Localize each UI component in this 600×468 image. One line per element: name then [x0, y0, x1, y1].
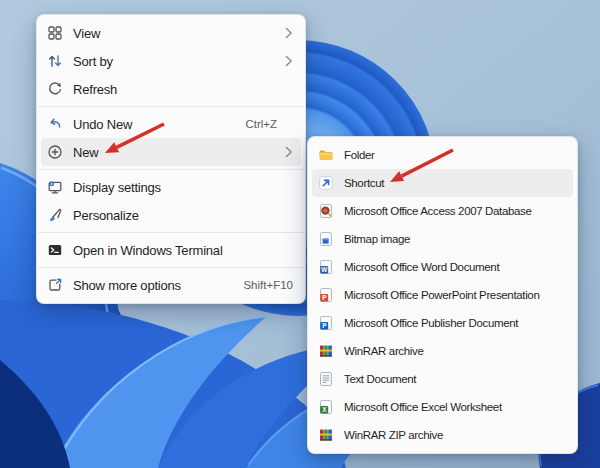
menu-item-label: Personalize — [73, 208, 293, 223]
menu-item-label: Bitmap image — [344, 233, 565, 245]
sort-arrows-icon — [47, 53, 63, 69]
screenshot-stage: ViewSort byRefreshUndo NewCtrl+ZNewDispl… — [0, 0, 600, 468]
menu-separator — [38, 169, 304, 170]
menu-item-label: View — [73, 26, 277, 41]
menu-item-shortcut[interactable]: Shortcut — [312, 169, 573, 197]
refresh-icon — [47, 81, 63, 97]
menu-item-view[interactable]: View — [41, 19, 301, 47]
show-more-icon — [47, 277, 63, 293]
menu-item-text-document[interactable]: Text Document — [312, 365, 573, 393]
menu-item-microsoft-office-word-document[interactable]: WMicrosoft Office Word Document — [312, 253, 573, 281]
menu-item-personalize[interactable]: Personalize — [41, 201, 301, 229]
menu-separator — [38, 106, 304, 107]
view-grid-icon — [47, 25, 63, 41]
menu-item-winrar-archive[interactable]: WinRAR archive — [312, 337, 573, 365]
menu-item-label: Microsoft Office Word Document — [344, 261, 565, 273]
bitmap-file-icon — [318, 231, 334, 247]
personalize-brush-icon — [47, 207, 63, 223]
menu-item-display-settings[interactable]: Display settings — [41, 173, 301, 201]
new-submenu: FolderShortcutMicrosoft Office Access 20… — [307, 136, 578, 454]
shortcut-arrow-icon — [318, 175, 334, 191]
menu-separator — [38, 232, 304, 233]
menu-item-label: WinRAR archive — [344, 345, 565, 357]
chevron-right-icon — [277, 146, 293, 158]
menu-item-label: Show more options — [73, 278, 235, 293]
menu-item-refresh[interactable]: Refresh — [41, 75, 301, 103]
menu-item-label: New — [73, 145, 277, 160]
shortcut-hint: Ctrl+Z — [245, 118, 277, 130]
menu-item-sort-by[interactable]: Sort by — [41, 47, 301, 75]
word-file-icon: W — [318, 259, 334, 275]
menu-item-label: Text Document — [344, 373, 565, 385]
menu-item-microsoft-office-powerpoint-presentation[interactable]: PMicrosoft Office PowerPoint Presentatio… — [312, 281, 573, 309]
menu-item-undo-new[interactable]: Undo NewCtrl+Z — [41, 110, 301, 138]
terminal-icon — [47, 242, 63, 258]
menu-item-label: WinRAR ZIP archive — [344, 429, 565, 441]
folder-icon — [318, 147, 334, 163]
menu-item-microsoft-office-excel-worksheet[interactable]: XMicrosoft Office Excel Worksheet — [312, 393, 573, 421]
menu-item-label: Refresh — [73, 82, 293, 97]
menu-item-microsoft-office-publisher-document[interactable]: PMicrosoft Office Publisher Document — [312, 309, 573, 337]
shortcut-hint: Shift+F10 — [243, 279, 293, 291]
menu-item-label: Folder — [344, 149, 565, 161]
menu-item-label: Sort by — [73, 54, 277, 69]
publisher-file-icon: P — [318, 315, 334, 331]
menu-separator — [38, 267, 304, 268]
menu-item-bitmap-image[interactable]: Bitmap image — [312, 225, 573, 253]
chevron-right-icon — [277, 55, 293, 67]
winrar-file-icon — [318, 343, 334, 359]
menu-item-label: Display settings — [73, 180, 293, 195]
menu-item-label: Undo New — [73, 117, 237, 132]
new-plus-icon — [47, 144, 63, 160]
menu-item-label: Microsoft Office PowerPoint Presentation — [344, 289, 565, 301]
winrar-zip-file-icon — [318, 427, 334, 443]
menu-item-show-more-options[interactable]: Show more optionsShift+F10 — [41, 271, 301, 299]
menu-item-open-in-windows-terminal[interactable]: Open in Windows Terminal — [41, 236, 301, 264]
display-settings-icon — [47, 179, 63, 195]
menu-item-microsoft-office-access-2007-database[interactable]: Microsoft Office Access 2007 Database — [312, 197, 573, 225]
powerpoint-file-icon: P — [318, 287, 334, 303]
access-file-icon — [318, 203, 334, 219]
excel-file-icon: X — [318, 399, 334, 415]
menu-item-label: Microsoft Office Excel Worksheet — [344, 401, 565, 413]
text-file-icon — [318, 371, 334, 387]
menu-item-folder[interactable]: Folder — [312, 141, 573, 169]
menu-item-label: Open in Windows Terminal — [73, 243, 293, 258]
undo-icon — [47, 116, 63, 132]
menu-item-label: Shortcut — [344, 177, 565, 189]
menu-item-label: Microsoft Office Access 2007 Database — [344, 205, 565, 217]
desktop-context-menu: ViewSort byRefreshUndo NewCtrl+ZNewDispl… — [36, 14, 306, 304]
menu-item-winrar-zip-archive[interactable]: WinRAR ZIP archive — [312, 421, 573, 449]
menu-item-new[interactable]: New — [41, 138, 301, 166]
menu-item-label: Microsoft Office Publisher Document — [344, 317, 565, 329]
chevron-right-icon — [277, 27, 293, 39]
